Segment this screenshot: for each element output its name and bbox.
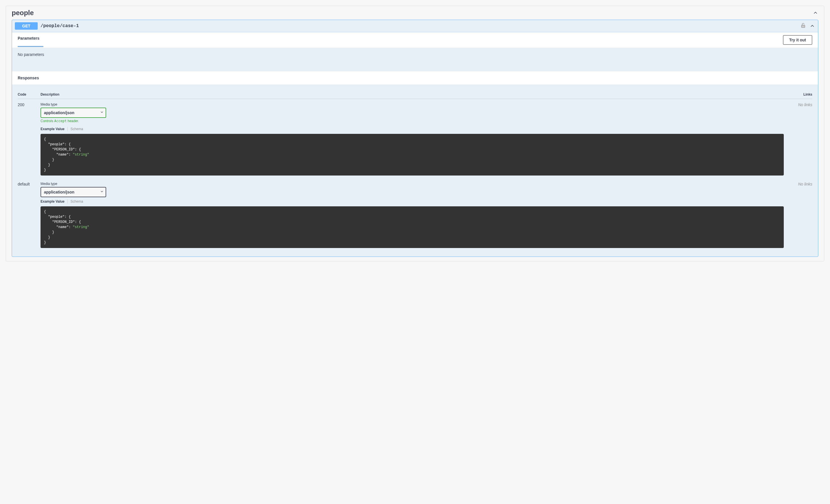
tab-example-value[interactable]: Example Value [40, 199, 64, 203]
tab-example-value[interactable]: Example Value [40, 127, 64, 131]
response-row: defaultMedia typeapplication/jsonExample… [18, 178, 812, 251]
tab-schema[interactable]: Schema [70, 127, 83, 131]
tag-section: people GET /people/case-1 Parameters Try… [6, 6, 824, 261]
responses-title: Responses [18, 75, 39, 80]
response-links: No links [790, 182, 812, 251]
parameters-title: Parameters [18, 36, 39, 44]
parameters-body: No parameters [12, 48, 818, 71]
response-code: 200 [18, 102, 40, 178]
response-links: No links [790, 102, 812, 178]
responses-table: Code Description Links 200Media typeappl… [12, 85, 818, 257]
col-header-description: Description [40, 92, 790, 96]
example-code-block: { "people": { "PERSON_ID": { "name": "st… [40, 134, 784, 176]
example-schema-tabs: Example ValueSchema [40, 199, 784, 203]
col-header-code: Code [18, 92, 40, 96]
tab-schema[interactable]: Schema [70, 199, 83, 203]
example-schema-tabs: Example ValueSchema [40, 127, 784, 131]
lock-unlocked-icon[interactable] [800, 23, 806, 29]
tag-header[interactable]: people [6, 6, 824, 20]
responses-table-head: Code Description Links [18, 89, 812, 99]
media-type-select[interactable]: application/json [40, 187, 106, 197]
controls-accept-hint: Controls Accept header. [40, 119, 784, 123]
response-description: Media typeapplication/jsonControls Accep… [40, 102, 790, 178]
media-type-select[interactable]: application/json [40, 107, 106, 118]
media-type-select-wrap: application/json [40, 187, 106, 197]
tab-divider [67, 199, 68, 203]
responses-table-body: 200Media typeapplication/jsonControls Ac… [18, 99, 812, 251]
col-header-links: Links [790, 92, 812, 96]
http-method-badge: GET [15, 22, 38, 30]
parameters-header: Parameters Try it out [12, 32, 818, 48]
tag-title: people [12, 9, 34, 17]
operation-header-right [800, 23, 815, 29]
media-type-label: Media type [40, 182, 784, 186]
svg-rect-0 [801, 25, 805, 27]
operation-block: GET /people/case-1 Parameters Try it out… [12, 20, 818, 257]
operation-header[interactable]: GET /people/case-1 [12, 20, 818, 32]
chevron-up-icon[interactable] [812, 10, 818, 16]
no-parameters-text: No parameters [18, 52, 44, 57]
try-it-out-button[interactable]: Try it out [783, 35, 812, 45]
response-code: default [18, 182, 40, 251]
chevron-up-icon[interactable] [809, 23, 815, 29]
example-code-block: { "people": { "PERSON_ID": { "name": "st… [40, 206, 784, 248]
media-type-select-wrap: application/json [40, 107, 106, 118]
media-type-label: Media type [40, 102, 784, 106]
tab-divider [67, 127, 68, 131]
operation-path: /people/case-1 [40, 23, 797, 29]
response-row: 200Media typeapplication/jsonControls Ac… [18, 99, 812, 178]
responses-header: Responses [12, 71, 818, 85]
response-description: Media typeapplication/jsonExample ValueS… [40, 182, 790, 251]
